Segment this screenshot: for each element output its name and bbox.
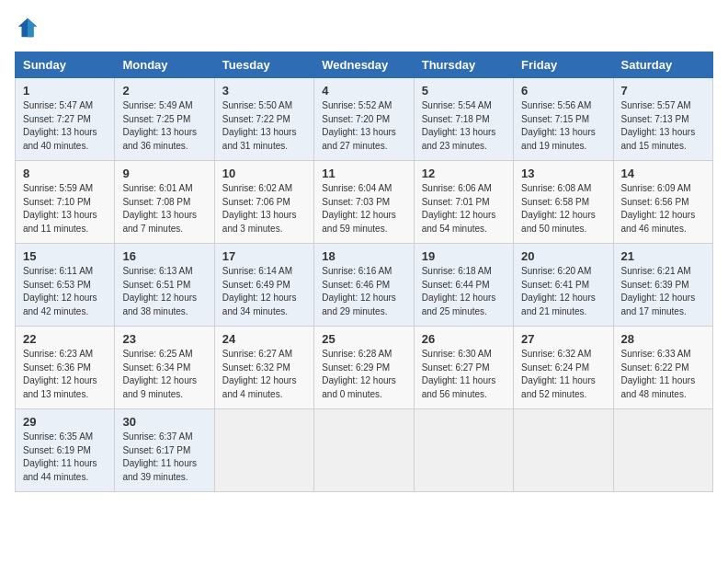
logo-icon [15, 15, 40, 40]
day-cell [414, 409, 513, 492]
day-info: Sunrise: 6:35 AM Sunset: 6:19 PM Dayligh… [23, 431, 107, 484]
day-info: Sunrise: 6:14 AM Sunset: 6:49 PM Dayligh… [222, 265, 306, 318]
logo [15, 15, 44, 40]
col-header-saturday: Saturday [613, 52, 712, 78]
day-info: Sunrise: 5:52 AM Sunset: 7:20 PM Dayligh… [322, 99, 405, 153]
day-info: Sunrise: 6:08 AM Sunset: 6:58 PM Dayligh… [521, 182, 605, 236]
day-info: Sunrise: 6:16 AM Sunset: 6:46 PM Dayligh… [322, 265, 405, 318]
day-number: 10 [222, 167, 306, 180]
day-number: 15 [23, 249, 107, 263]
day-info: Sunrise: 6:18 AM Sunset: 6:44 PM Dayligh… [422, 265, 506, 318]
day-info: Sunrise: 5:47 AM Sunset: 7:27 PM Dayligh… [23, 99, 107, 153]
week-row-2: 8Sunrise: 5:59 AM Sunset: 7:10 PM Daylig… [16, 161, 713, 244]
day-number: 12 [422, 167, 506, 180]
day-cell: 18Sunrise: 6:16 AM Sunset: 6:46 PM Dayli… [314, 244, 414, 327]
day-cell: 25Sunrise: 6:28 AM Sunset: 6:29 PM Dayli… [314, 327, 414, 409]
day-info: Sunrise: 6:23 AM Sunset: 6:36 PM Dayligh… [23, 348, 107, 401]
day-cell: 2Sunrise: 5:49 AM Sunset: 7:25 PM Daylig… [115, 78, 214, 161]
day-info: Sunrise: 6:33 AM Sunset: 6:22 PM Dayligh… [621, 348, 705, 401]
day-cell: 19Sunrise: 6:18 AM Sunset: 6:44 PM Dayli… [414, 244, 513, 327]
week-row-5: 29Sunrise: 6:35 AM Sunset: 6:19 PM Dayli… [16, 409, 713, 492]
day-number: 16 [122, 249, 206, 263]
day-number: 27 [521, 332, 605, 346]
day-cell: 13Sunrise: 6:08 AM Sunset: 6:58 PM Dayli… [514, 161, 613, 244]
day-cell: 29Sunrise: 6:35 AM Sunset: 6:19 PM Dayli… [16, 409, 115, 492]
day-cell: 14Sunrise: 6:09 AM Sunset: 6:56 PM Dayli… [613, 161, 712, 244]
day-cell: 28Sunrise: 6:33 AM Sunset: 6:22 PM Dayli… [613, 327, 712, 409]
week-row-1: 1Sunrise: 5:47 AM Sunset: 7:27 PM Daylig… [16, 78, 713, 161]
day-cell: 8Sunrise: 5:59 AM Sunset: 7:10 PM Daylig… [16, 161, 115, 244]
day-number: 13 [521, 167, 605, 180]
day-number: 29 [23, 415, 107, 429]
day-number: 3 [222, 84, 306, 98]
day-cell [613, 409, 712, 492]
day-cell: 9Sunrise: 6:01 AM Sunset: 7:08 PM Daylig… [115, 161, 214, 244]
day-cell: 5Sunrise: 5:54 AM Sunset: 7:18 PM Daylig… [414, 78, 513, 161]
day-info: Sunrise: 6:04 AM Sunset: 7:03 PM Dayligh… [322, 182, 405, 236]
week-row-4: 22Sunrise: 6:23 AM Sunset: 6:36 PM Dayli… [16, 327, 713, 409]
day-cell: 20Sunrise: 6:20 AM Sunset: 6:41 PM Dayli… [514, 244, 613, 327]
day-cell: 30Sunrise: 6:37 AM Sunset: 6:17 PM Dayli… [115, 409, 214, 492]
col-header-tuesday: Tuesday [214, 52, 313, 78]
day-info: Sunrise: 5:54 AM Sunset: 7:18 PM Dayligh… [422, 99, 506, 153]
day-cell: 1Sunrise: 5:47 AM Sunset: 7:27 PM Daylig… [16, 78, 115, 161]
day-info: Sunrise: 6:25 AM Sunset: 6:34 PM Dayligh… [122, 348, 206, 401]
day-info: Sunrise: 6:01 AM Sunset: 7:08 PM Dayligh… [122, 182, 206, 236]
day-info: Sunrise: 5:56 AM Sunset: 7:15 PM Dayligh… [521, 99, 605, 153]
day-number: 5 [422, 84, 506, 98]
day-number: 1 [23, 84, 107, 98]
day-number: 11 [322, 167, 405, 180]
day-info: Sunrise: 6:06 AM Sunset: 7:01 PM Dayligh… [422, 182, 506, 236]
day-number: 20 [521, 249, 605, 263]
day-info: Sunrise: 5:59 AM Sunset: 7:10 PM Dayligh… [23, 182, 107, 236]
day-number: 14 [621, 167, 705, 180]
day-cell: 16Sunrise: 6:13 AM Sunset: 6:51 PM Dayli… [115, 244, 214, 327]
header-row: SundayMondayTuesdayWednesdayThursdayFrid… [16, 52, 713, 78]
day-number: 22 [23, 332, 107, 346]
day-number: 8 [23, 167, 107, 180]
day-info: Sunrise: 6:11 AM Sunset: 6:53 PM Dayligh… [23, 265, 107, 318]
day-info: Sunrise: 5:57 AM Sunset: 7:13 PM Dayligh… [621, 99, 705, 153]
day-info: Sunrise: 5:50 AM Sunset: 7:22 PM Dayligh… [222, 99, 306, 153]
calendar-table: SundayMondayTuesdayWednesdayThursdayFrid… [15, 52, 713, 492]
day-info: Sunrise: 6:09 AM Sunset: 6:56 PM Dayligh… [621, 182, 705, 236]
day-number: 30 [122, 415, 206, 429]
day-info: Sunrise: 5:49 AM Sunset: 7:25 PM Dayligh… [122, 99, 206, 153]
col-header-monday: Monday [115, 52, 214, 78]
day-cell: 17Sunrise: 6:14 AM Sunset: 6:49 PM Dayli… [214, 244, 313, 327]
day-cell: 26Sunrise: 6:30 AM Sunset: 6:27 PM Dayli… [414, 327, 513, 409]
day-number: 21 [621, 249, 705, 263]
day-info: Sunrise: 6:13 AM Sunset: 6:51 PM Dayligh… [122, 265, 206, 318]
col-header-wednesday: Wednesday [314, 52, 414, 78]
day-cell: 12Sunrise: 6:06 AM Sunset: 7:01 PM Dayli… [414, 161, 513, 244]
day-cell [214, 409, 313, 492]
day-info: Sunrise: 6:21 AM Sunset: 6:39 PM Dayligh… [621, 265, 705, 318]
day-cell: 6Sunrise: 5:56 AM Sunset: 7:15 PM Daylig… [514, 78, 613, 161]
col-header-thursday: Thursday [414, 52, 513, 78]
day-number: 26 [422, 332, 506, 346]
day-info: Sunrise: 6:02 AM Sunset: 7:06 PM Dayligh… [222, 182, 306, 236]
day-cell: 4Sunrise: 5:52 AM Sunset: 7:20 PM Daylig… [314, 78, 414, 161]
col-header-sunday: Sunday [16, 52, 115, 78]
day-number: 28 [621, 332, 705, 346]
day-cell: 21Sunrise: 6:21 AM Sunset: 6:39 PM Dayli… [613, 244, 712, 327]
svg-marker-1 [28, 18, 37, 38]
day-number: 9 [122, 167, 206, 180]
day-cell: 7Sunrise: 5:57 AM Sunset: 7:13 PM Daylig… [613, 78, 712, 161]
day-number: 24 [222, 332, 306, 346]
day-info: Sunrise: 6:32 AM Sunset: 6:24 PM Dayligh… [521, 348, 605, 401]
day-number: 23 [122, 332, 206, 346]
day-cell: 24Sunrise: 6:27 AM Sunset: 6:32 PM Dayli… [214, 327, 313, 409]
day-cell: 27Sunrise: 6:32 AM Sunset: 6:24 PM Dayli… [514, 327, 613, 409]
day-cell: 10Sunrise: 6:02 AM Sunset: 7:06 PM Dayli… [214, 161, 313, 244]
day-number: 7 [621, 84, 705, 98]
day-info: Sunrise: 6:30 AM Sunset: 6:27 PM Dayligh… [422, 348, 506, 401]
day-number: 17 [222, 249, 306, 263]
day-cell: 23Sunrise: 6:25 AM Sunset: 6:34 PM Dayli… [115, 327, 214, 409]
week-row-3: 15Sunrise: 6:11 AM Sunset: 6:53 PM Dayli… [16, 244, 713, 327]
day-info: Sunrise: 6:20 AM Sunset: 6:41 PM Dayligh… [521, 265, 605, 318]
day-number: 19 [422, 249, 506, 263]
header [15, 15, 713, 40]
col-header-friday: Friday [514, 52, 613, 78]
day-cell [314, 409, 414, 492]
